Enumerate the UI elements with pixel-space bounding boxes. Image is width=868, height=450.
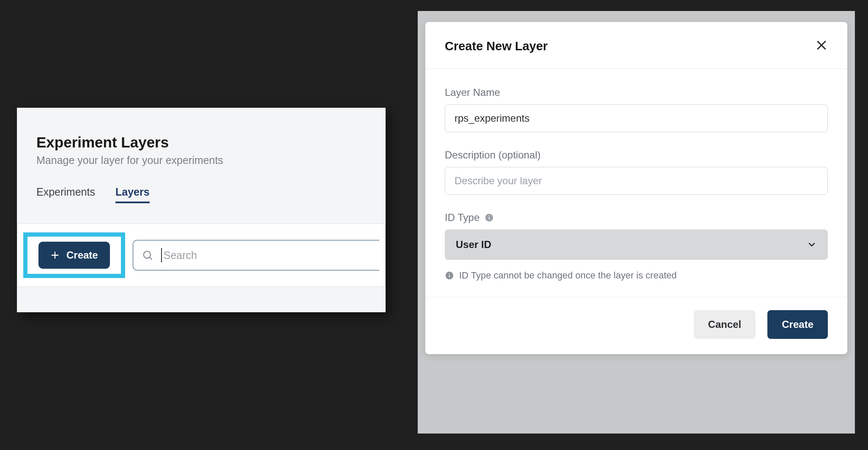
layer-name-input[interactable] <box>445 104 828 132</box>
modal-title: Create New Layer <box>445 39 548 53</box>
search-icon <box>142 249 153 261</box>
tab-experiments[interactable]: Experiments <box>36 186 95 203</box>
field-description: Description (optional) <box>445 149 828 195</box>
close-button[interactable] <box>815 39 828 53</box>
search-input[interactable] <box>161 248 371 262</box>
modal-body: Layer Name Description (optional) ID Typ… <box>425 69 847 297</box>
svg-rect-8 <box>489 215 490 216</box>
description-input[interactable] <box>445 167 828 195</box>
modal-footer: Cancel Create <box>425 297 847 354</box>
info-icon[interactable] <box>485 213 494 222</box>
svg-rect-11 <box>449 273 450 274</box>
page-title: Experiment Layers <box>36 134 366 151</box>
id-type-selected: User ID <box>456 239 491 251</box>
create-layer-button[interactable]: Create <box>38 242 110 269</box>
create-button-highlight: Create <box>23 232 125 278</box>
modal-backdrop: Create New Layer Layer Name Description … <box>418 11 855 434</box>
id-type-select[interactable]: User ID <box>445 229 828 260</box>
svg-rect-7 <box>489 217 490 219</box>
svg-rect-10 <box>449 275 450 277</box>
toolbar: Create <box>17 224 386 287</box>
search-field-wrap[interactable] <box>133 240 379 270</box>
create-button-label: Create <box>66 249 98 261</box>
info-icon <box>445 271 454 280</box>
tabs: Experiments Layers <box>36 186 366 203</box>
id-type-label-text: ID Type <box>445 212 479 224</box>
chevron-down-icon <box>807 240 817 250</box>
modal-header: Create New Layer <box>425 22 847 69</box>
svg-line-3 <box>150 257 152 260</box>
id-type-hint-text: ID Type cannot be changed once the layer… <box>459 270 677 281</box>
close-icon <box>815 39 828 52</box>
id-type-label: ID Type <box>445 212 828 224</box>
field-id-type: ID Type User ID ID Type cannot be chang <box>445 212 828 281</box>
layers-panel: Experiment Layers Manage your layer for … <box>17 108 386 312</box>
id-type-hint: ID Type cannot be changed once the layer… <box>445 270 828 281</box>
svg-point-2 <box>143 251 150 258</box>
cancel-button[interactable]: Cancel <box>694 310 756 339</box>
field-layer-name: Layer Name <box>445 87 828 132</box>
create-button[interactable]: Create <box>767 310 828 339</box>
tab-layers[interactable]: Layers <box>115 186 150 203</box>
page-subtitle: Manage your layer for your experiments <box>36 154 366 166</box>
create-layer-modal: Create New Layer Layer Name Description … <box>425 22 847 354</box>
description-label: Description (optional) <box>445 149 828 161</box>
layer-name-label: Layer Name <box>445 87 828 98</box>
plus-icon <box>50 251 60 260</box>
